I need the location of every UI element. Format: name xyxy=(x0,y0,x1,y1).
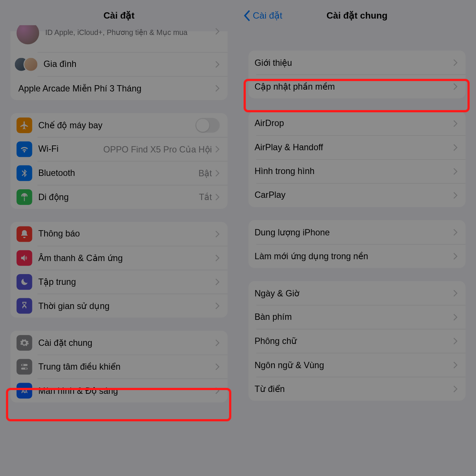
chevron-right-icon xyxy=(215,170,220,177)
wifi-label: Wi-Fi xyxy=(38,144,103,154)
date-time-row[interactable]: Ngày & Giờ xyxy=(248,281,466,305)
arcade-row[interactable]: Apple Arcade Miễn Phí 3 Tháng xyxy=(10,76,228,100)
family-avatars xyxy=(14,55,41,73)
family-row[interactable]: Gia đình xyxy=(10,52,228,76)
switches-icon xyxy=(16,359,32,374)
airplane-icon xyxy=(16,117,32,133)
gear-icon xyxy=(16,335,32,350)
chevron-right-icon xyxy=(453,361,458,369)
chevron-right-icon xyxy=(453,83,458,90)
control-center-row[interactable]: Trung tâm điều khiển xyxy=(10,355,228,379)
connectivity-section: Chế độ máy bay Wi-Fi OPPO Find X5 Pro Củ… xyxy=(10,113,228,209)
account-section: ID Apple, iCloud+, Phương tiện & Mục mua… xyxy=(10,25,228,100)
svg-text:A: A xyxy=(25,389,28,394)
svg-point-3 xyxy=(25,367,27,369)
screentime-row[interactable]: Thời gian sử dụng xyxy=(10,294,228,318)
chevron-right-icon xyxy=(215,145,220,152)
chevron-right-icon xyxy=(453,59,458,66)
chevron-right-icon xyxy=(215,231,220,238)
wifi-row[interactable]: Wi-Fi OPPO Find X5 Pro Của Hội xyxy=(10,137,228,161)
attention-section: Thông báo Âm thanh & Cảm ứng Tập trung T… xyxy=(10,222,228,318)
chevron-right-icon xyxy=(215,363,220,370)
antenna-icon xyxy=(16,189,32,205)
speaker-icon xyxy=(16,250,32,266)
chevron-right-icon xyxy=(215,254,220,261)
bluetooth-row[interactable]: Bluetooth Bật xyxy=(10,161,228,185)
display-row[interactable]: AA Màn hình & Độ sáng xyxy=(10,379,228,402)
system-section: Cài đặt chung Trung tâm điều khiển AA Mà… xyxy=(10,331,228,402)
background-refresh-label: Làm mới ứng dụng trong nền xyxy=(254,251,453,261)
chevron-right-icon xyxy=(453,120,458,127)
chevron-right-icon xyxy=(453,192,458,199)
control-center-label: Trung tâm điều khiển xyxy=(38,361,215,372)
apple-id-subtitle: ID Apple, iCloud+, Phương tiện & Mục mua xyxy=(45,28,215,37)
chevron-right-icon xyxy=(453,290,458,297)
keyboard-row[interactable]: Bàn phím xyxy=(248,305,466,329)
storage-section: Dung lượng iPhone Làm mới ứng dụng trong… xyxy=(248,220,466,268)
bluetooth-icon xyxy=(16,165,32,181)
back-button[interactable]: Cài đặt xyxy=(243,10,282,21)
about-label: Giới thiệu xyxy=(254,57,453,68)
apple-id-row[interactable]: ID Apple, iCloud+, Phương tiện & Mục mua xyxy=(10,25,228,52)
back-label: Cài đặt xyxy=(253,10,282,21)
page-title: Cài đặt chung xyxy=(327,10,387,21)
pip-row[interactable]: Hình trong hình xyxy=(248,159,466,183)
airplane-label: Chế độ máy bay xyxy=(38,120,195,130)
airplay-label: AirPlay & Handoff xyxy=(254,142,453,152)
dictionary-label: Từ điển xyxy=(254,383,453,394)
chevron-right-icon xyxy=(215,339,220,346)
text-size-icon: AA xyxy=(16,383,32,398)
wifi-value: OPPO Find X5 Pro Của Hội xyxy=(103,144,212,154)
carplay-label: CarPlay xyxy=(254,190,453,200)
pip-label: Hình trong hình xyxy=(254,166,453,176)
storage-row[interactable]: Dung lượng iPhone xyxy=(248,220,466,244)
language-label: Ngôn ngữ & Vùng xyxy=(254,360,453,370)
storage-label: Dung lượng iPhone xyxy=(254,227,453,237)
general-row[interactable]: Cài đặt chung xyxy=(10,331,228,354)
about-row[interactable]: Giới thiệu xyxy=(248,51,466,74)
airplane-toggle[interactable] xyxy=(195,118,220,132)
connectivity-section: AirDrop AirPlay & Handoff Hình trong hìn… xyxy=(248,112,466,207)
sounds-row[interactable]: Âm thanh & Cảm ứng xyxy=(10,246,228,270)
fonts-row[interactable]: Phông chữ xyxy=(248,329,466,353)
carplay-row[interactable]: CarPlay xyxy=(248,183,466,207)
dictionary-row[interactable]: Từ điển xyxy=(248,377,466,401)
chevron-right-icon xyxy=(215,193,220,200)
locale-section: Ngày & Giờ Bàn phím Phông chữ Ngôn ngữ &… xyxy=(248,281,466,401)
bluetooth-value: Bật xyxy=(199,168,212,178)
chevron-right-icon xyxy=(453,313,458,321)
about-section: Giới thiệu Cập nhật phần mềm xyxy=(248,51,466,99)
cellular-row[interactable]: Di động Tắt xyxy=(10,185,228,209)
focus-row[interactable]: Tập trung xyxy=(10,270,228,293)
notifications-label: Thông báo xyxy=(38,229,215,239)
arcade-label: Apple Arcade Miễn Phí 3 Tháng xyxy=(18,83,215,93)
cellular-value: Tắt xyxy=(199,192,212,202)
chevron-left-icon xyxy=(243,10,251,21)
family-label: Gia đình xyxy=(44,59,215,69)
chevron-right-icon xyxy=(215,85,220,92)
airdrop-row[interactable]: AirDrop xyxy=(248,112,466,135)
chevron-right-icon xyxy=(453,144,458,151)
airplane-row[interactable]: Chế độ máy bay xyxy=(10,113,228,137)
focus-label: Tập trung xyxy=(38,277,215,287)
chevron-right-icon xyxy=(453,253,458,260)
chevron-right-icon xyxy=(215,387,220,394)
airplay-row[interactable]: AirPlay & Handoff xyxy=(248,135,466,159)
software-update-row[interactable]: Cập nhật phần mềm xyxy=(248,74,466,98)
moon-icon xyxy=(16,274,32,290)
background-refresh-row[interactable]: Làm mới ứng dụng trong nền xyxy=(248,244,466,268)
chevron-right-icon xyxy=(215,61,220,68)
general-label: Cài đặt chung xyxy=(38,337,215,348)
hourglass-icon xyxy=(16,298,32,313)
chevron-right-icon xyxy=(215,28,220,35)
display-label: Màn hình & Độ sáng xyxy=(38,385,215,396)
bluetooth-label: Bluetooth xyxy=(38,168,199,178)
notifications-row[interactable]: Thông báo xyxy=(10,222,228,246)
cellular-label: Di động xyxy=(38,192,199,202)
language-row[interactable]: Ngôn ngữ & Vùng xyxy=(248,353,466,377)
software-update-label: Cập nhật phần mềm xyxy=(254,81,453,91)
chevron-right-icon xyxy=(453,168,458,175)
avatar xyxy=(16,25,39,44)
wifi-icon xyxy=(16,141,32,157)
chevron-right-icon xyxy=(453,385,458,392)
